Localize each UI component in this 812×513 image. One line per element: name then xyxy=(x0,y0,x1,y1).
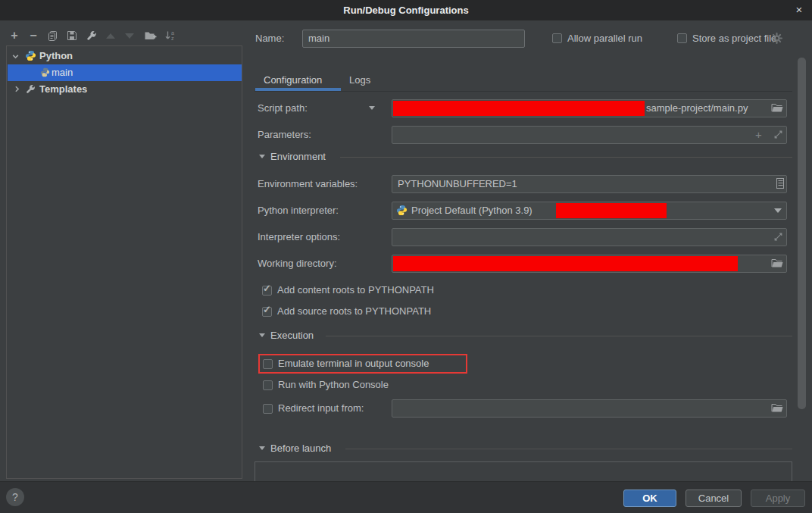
new-folder-button[interactable] xyxy=(142,28,158,43)
chevron-down-icon[interactable] xyxy=(11,52,20,61)
interpreter-options-input[interactable] xyxy=(392,228,787,246)
minus-icon: − xyxy=(30,30,36,42)
gear-icon[interactable] xyxy=(771,33,782,44)
edit-variables-icon[interactable] xyxy=(776,177,785,189)
store-as-project-file-label: Store as project file xyxy=(692,30,776,48)
environment-variables-value: PYTHONUNBUFFERED=1 xyxy=(392,176,786,192)
script-path-type-dropdown-icon[interactable] xyxy=(369,106,375,110)
python-icon xyxy=(25,50,36,61)
move-down-button[interactable] xyxy=(121,28,138,43)
add-configuration-button[interactable]: + xyxy=(6,28,23,43)
store-as-project-file-checkbox[interactable] xyxy=(677,33,687,43)
add-content-roots-label: Add content roots to PYTHONPATH xyxy=(277,281,434,299)
parameters-label: Parameters: xyxy=(258,126,311,144)
redaction-bar xyxy=(556,203,667,218)
add-source-roots-checkbox[interactable]: ✓ xyxy=(262,307,272,317)
parameters-input[interactable] xyxy=(392,126,787,144)
tree-item-templates[interactable]: Templates xyxy=(8,81,242,98)
allow-parallel-run-checkbox[interactable] xyxy=(552,33,562,43)
environment-section-title: Environment xyxy=(270,150,326,164)
name-input[interactable]: main xyxy=(302,30,525,48)
emulate-terminal-label: Emulate terminal in output console xyxy=(278,355,429,373)
tree-item-label: Templates xyxy=(39,81,87,98)
redirect-input-checkbox[interactable] xyxy=(263,404,273,414)
before-launch-section-title: Before launch xyxy=(270,442,331,455)
name-label: Name: xyxy=(255,30,284,48)
interpreter-dropdown-icon[interactable] xyxy=(774,208,782,213)
expand-field-icon[interactable] xyxy=(773,232,783,242)
title-bar: Run/Debug Configurations × xyxy=(0,0,812,20)
plus-icon: + xyxy=(11,30,17,42)
run-with-python-console-checkbox[interactable] xyxy=(263,380,273,390)
environment-variables-label: Environment variables: xyxy=(258,175,358,193)
python-interpreter-value: Project Default (Python 3.9) xyxy=(411,202,532,220)
ok-button[interactable]: OK xyxy=(623,490,676,507)
script-path-value: sample-project/main.py xyxy=(646,99,748,117)
close-icon[interactable]: × xyxy=(789,0,809,20)
svg-text:a: a xyxy=(171,30,174,36)
python-icon xyxy=(40,67,50,77)
dialog-title: Run/Debug Configurations xyxy=(0,0,812,20)
sort-configurations-button[interactable]: az xyxy=(162,28,179,43)
check-icon: ✓ xyxy=(263,304,271,315)
wrench-icon xyxy=(25,84,36,95)
allow-parallel-run-label: Allow parallel run xyxy=(567,30,642,48)
arrow-up-icon xyxy=(106,33,115,39)
tree-item-main[interactable]: main xyxy=(8,64,242,81)
environment-collapse-icon[interactable] xyxy=(259,155,265,158)
tabs-divider xyxy=(255,91,792,92)
redirect-input-label: Redirect input from: xyxy=(278,399,364,418)
redirect-input-file-input[interactable] xyxy=(392,399,787,418)
redaction-bar xyxy=(393,101,645,116)
remove-configuration-button[interactable]: − xyxy=(25,28,42,43)
save-configuration-button[interactable] xyxy=(64,28,80,43)
execution-section-title: Execution xyxy=(270,329,314,343)
copy-configuration-button[interactable] xyxy=(44,28,61,43)
add-macro-icon[interactable]: + xyxy=(755,126,762,144)
add-source-roots-label: Add source roots to PYTHONPATH xyxy=(277,302,431,321)
vertical-scrollbar-thumb[interactable] xyxy=(798,58,806,409)
folder-icon[interactable] xyxy=(771,403,783,413)
tab-configuration[interactable]: Configuration xyxy=(264,73,322,88)
emulate-terminal-checkbox[interactable] xyxy=(263,359,273,369)
expand-field-icon[interactable] xyxy=(773,130,783,139)
cancel-button[interactable]: Cancel xyxy=(686,490,742,507)
add-content-roots-checkbox[interactable]: ✓ xyxy=(262,286,272,296)
new-folder-icon xyxy=(144,30,157,41)
apply-button[interactable]: Apply xyxy=(751,490,805,507)
tree-item-label: main xyxy=(52,64,73,81)
tree-item-label: Python xyxy=(39,48,73,64)
section-divider xyxy=(340,157,792,158)
script-path-label: Script path: xyxy=(258,99,308,117)
python-icon xyxy=(396,205,408,216)
wrench-icon xyxy=(86,30,97,42)
folder-icon[interactable] xyxy=(771,103,783,113)
move-up-button[interactable] xyxy=(102,28,119,43)
check-icon: ✓ xyxy=(263,283,271,294)
python-interpreter-label: Python interpreter: xyxy=(258,202,339,220)
chevron-right-icon[interactable] xyxy=(13,85,21,93)
working-directory-label: Working directory: xyxy=(258,255,337,273)
configurations-tree-panel: Python main Templates xyxy=(6,45,242,479)
redaction-bar xyxy=(393,256,738,271)
section-divider xyxy=(345,449,792,449)
execution-collapse-icon[interactable] xyxy=(259,333,265,337)
before-launch-task-list xyxy=(255,461,792,481)
interpreter-options-label: Interpreter options: xyxy=(258,228,340,246)
svg-text:z: z xyxy=(171,36,174,41)
arrow-down-icon xyxy=(125,33,134,39)
environment-variables-input[interactable]: PYTHONUNBUFFERED=1 xyxy=(392,175,787,193)
section-divider xyxy=(326,336,792,336)
edit-templates-button[interactable] xyxy=(83,28,99,43)
save-icon xyxy=(67,30,77,41)
tab-logs[interactable]: Logs xyxy=(349,73,370,88)
footer-bar: ? OK Cancel Apply xyxy=(0,481,812,513)
before-launch-collapse-icon[interactable] xyxy=(259,446,265,450)
sort-az-icon: az xyxy=(164,30,176,41)
copy-icon xyxy=(47,30,58,42)
folder-icon[interactable] xyxy=(771,258,783,268)
tree-item-python[interactable]: Python xyxy=(8,48,242,64)
help-button[interactable]: ? xyxy=(6,488,24,506)
run-with-python-console-label: Run with Python Console xyxy=(278,376,389,394)
name-value: main xyxy=(303,30,524,47)
